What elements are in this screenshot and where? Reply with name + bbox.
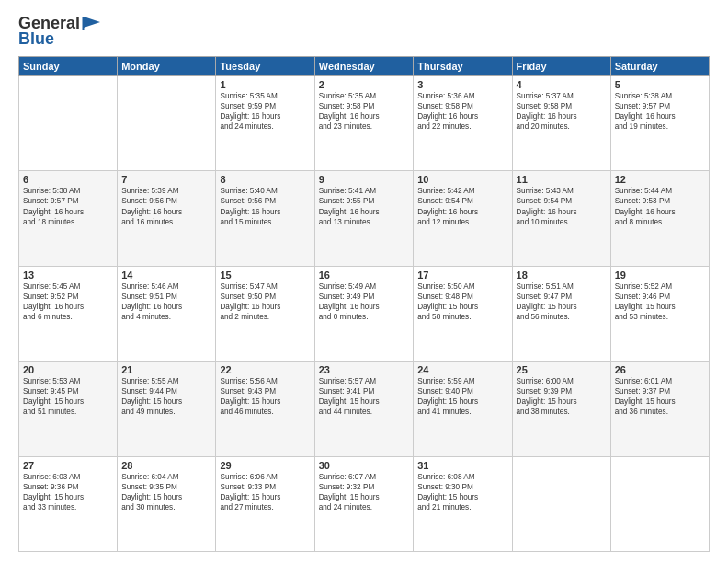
calendar-week-row: 20Sunrise: 5:53 AM Sunset: 9:45 PM Dayli… [19,362,710,456]
day-number: 25 [517,364,607,375]
cell-content: Sunrise: 5:51 AM Sunset: 9:47 PM Dayligh… [517,282,607,322]
cell-content: Sunrise: 5:49 AM Sunset: 9:49 PM Dayligh… [319,282,409,322]
day-number: 4 [517,79,607,90]
cell-content: Sunrise: 5:47 AM Sunset: 9:50 PM Dayligh… [220,282,310,322]
calendar-cell: 3Sunrise: 5:36 AM Sunset: 9:58 PM Daylig… [414,76,512,171]
cell-content: Sunrise: 5:42 AM Sunset: 9:54 PM Dayligh… [417,186,507,226]
cell-content: Sunrise: 5:38 AM Sunset: 9:57 PM Dayligh… [615,91,705,132]
day-number: 2 [319,79,409,90]
calendar-day-header: Thursday [414,57,512,76]
calendar-cell: 13Sunrise: 5:45 AM Sunset: 9:52 PM Dayli… [19,266,118,361]
svg-marker-0 [84,17,100,28]
cell-content: Sunrise: 6:07 AM Sunset: 9:32 PM Dayligh… [319,472,409,512]
day-number: 18 [517,270,607,281]
calendar-cell: 27Sunrise: 6:03 AM Sunset: 9:36 PM Dayli… [19,456,118,551]
calendar-cell: 15Sunrise: 5:47 AM Sunset: 9:50 PM Dayli… [216,266,314,361]
cell-content: Sunrise: 5:35 AM Sunset: 9:58 PM Dayligh… [319,91,409,132]
logo-flag-icon [81,16,101,30]
calendar-cell: 4Sunrise: 5:37 AM Sunset: 9:58 PM Daylig… [512,76,610,171]
cell-content: Sunrise: 5:43 AM Sunset: 9:54 PM Dayligh… [517,186,607,226]
day-number: 3 [417,79,507,90]
calendar-cell: 26Sunrise: 6:01 AM Sunset: 9:37 PM Dayli… [610,362,709,456]
logo-blue-text: Blue [18,29,54,49]
day-number: 5 [615,79,705,90]
calendar-cell: 21Sunrise: 5:55 AM Sunset: 9:44 PM Dayli… [118,362,216,456]
calendar-week-row: 13Sunrise: 5:45 AM Sunset: 9:52 PM Dayli… [19,266,710,361]
cell-content: Sunrise: 6:06 AM Sunset: 9:33 PM Dayligh… [220,472,310,512]
day-number: 16 [319,270,409,281]
calendar-cell: 16Sunrise: 5:49 AM Sunset: 9:49 PM Dayli… [314,266,413,361]
day-number: 12 [615,174,705,185]
calendar-cell: 2Sunrise: 5:35 AM Sunset: 9:58 PM Daylig… [314,76,413,171]
calendar-cell: 22Sunrise: 5:56 AM Sunset: 9:43 PM Dayli… [216,362,314,456]
cell-content: Sunrise: 5:35 AM Sunset: 9:59 PM Dayligh… [220,91,310,132]
calendar-header-row: SundayMondayTuesdayWednesdayThursdayFrid… [19,57,710,76]
day-number: 9 [319,174,409,185]
header: General Blue [18,15,710,49]
calendar-cell: 7Sunrise: 5:39 AM Sunset: 9:56 PM Daylig… [118,171,216,266]
calendar-cell: 12Sunrise: 5:44 AM Sunset: 9:53 PM Dayli… [610,171,709,266]
calendar-day-header: Sunday [19,57,118,76]
calendar-table: SundayMondayTuesdayWednesdayThursdayFrid… [18,56,710,552]
day-number: 10 [417,174,507,185]
cell-content: Sunrise: 5:37 AM Sunset: 9:58 PM Dayligh… [517,91,607,132]
calendar-cell: 31Sunrise: 6:08 AM Sunset: 9:30 PM Dayli… [414,456,512,551]
cell-content: Sunrise: 5:36 AM Sunset: 9:58 PM Dayligh… [417,91,507,132]
calendar-cell: 1Sunrise: 5:35 AM Sunset: 9:59 PM Daylig… [216,76,314,171]
cell-content: Sunrise: 5:41 AM Sunset: 9:55 PM Dayligh… [319,186,409,226]
cell-content: Sunrise: 5:44 AM Sunset: 9:53 PM Dayligh… [615,186,705,226]
cell-content: Sunrise: 5:39 AM Sunset: 9:56 PM Dayligh… [121,186,211,226]
cell-content: Sunrise: 5:57 AM Sunset: 9:41 PM Dayligh… [319,376,409,417]
day-number: 28 [121,460,211,471]
calendar-week-row: 27Sunrise: 6:03 AM Sunset: 9:36 PM Dayli… [19,456,710,551]
calendar-cell: 10Sunrise: 5:42 AM Sunset: 9:54 PM Dayli… [414,171,512,266]
day-number: 1 [220,79,310,90]
day-number: 11 [517,174,607,185]
day-number: 14 [121,270,211,281]
calendar-cell: 5Sunrise: 5:38 AM Sunset: 9:57 PM Daylig… [610,76,709,171]
cell-content: Sunrise: 5:40 AM Sunset: 9:56 PM Dayligh… [220,186,310,226]
day-number: 8 [220,174,310,185]
cell-content: Sunrise: 5:56 AM Sunset: 9:43 PM Dayligh… [220,376,310,417]
cell-content: Sunrise: 6:04 AM Sunset: 9:35 PM Dayligh… [121,472,211,512]
cell-content: Sunrise: 6:01 AM Sunset: 9:37 PM Dayligh… [615,376,705,417]
cell-content: Sunrise: 5:55 AM Sunset: 9:44 PM Dayligh… [121,376,211,417]
cell-content: Sunrise: 6:00 AM Sunset: 9:39 PM Dayligh… [517,376,607,417]
calendar-cell: 24Sunrise: 5:59 AM Sunset: 9:40 PM Dayli… [414,362,512,456]
cell-content: Sunrise: 5:38 AM Sunset: 9:57 PM Dayligh… [23,186,113,226]
day-number: 24 [417,364,507,375]
day-number: 6 [23,174,113,185]
calendar-cell: 28Sunrise: 6:04 AM Sunset: 9:35 PM Dayli… [118,456,216,551]
calendar-cell: 6Sunrise: 5:38 AM Sunset: 9:57 PM Daylig… [19,171,118,266]
calendar-cell [118,76,216,171]
cell-content: Sunrise: 5:53 AM Sunset: 9:45 PM Dayligh… [23,376,113,417]
day-number: 27 [23,460,113,471]
calendar-cell: 29Sunrise: 6:06 AM Sunset: 9:33 PM Dayli… [216,456,314,551]
day-number: 30 [319,460,409,471]
calendar-day-header: Wednesday [314,57,413,76]
calendar-cell [512,456,610,551]
cell-content: Sunrise: 5:45 AM Sunset: 9:52 PM Dayligh… [23,282,113,322]
calendar-cell: 14Sunrise: 5:46 AM Sunset: 9:51 PM Dayli… [118,266,216,361]
day-number: 23 [319,364,409,375]
day-number: 31 [417,460,507,471]
calendar-cell: 20Sunrise: 5:53 AM Sunset: 9:45 PM Dayli… [19,362,118,456]
calendar-cell: 9Sunrise: 5:41 AM Sunset: 9:55 PM Daylig… [314,171,413,266]
calendar-cell: 23Sunrise: 5:57 AM Sunset: 9:41 PM Dayli… [314,362,413,456]
calendar-cell: 25Sunrise: 6:00 AM Sunset: 9:39 PM Dayli… [512,362,610,456]
day-number: 20 [23,364,113,375]
calendar-cell [610,456,709,551]
calendar-cell: 30Sunrise: 6:07 AM Sunset: 9:32 PM Dayli… [314,456,413,551]
day-number: 17 [417,270,507,281]
cell-content: Sunrise: 6:08 AM Sunset: 9:30 PM Dayligh… [417,472,507,512]
cell-content: Sunrise: 5:50 AM Sunset: 9:48 PM Dayligh… [417,282,507,322]
day-number: 15 [220,270,310,281]
day-number: 21 [121,364,211,375]
calendar-week-row: 1Sunrise: 5:35 AM Sunset: 9:59 PM Daylig… [19,76,710,171]
svg-rect-1 [83,17,85,30]
calendar-day-header: Friday [512,57,610,76]
cell-content: Sunrise: 6:03 AM Sunset: 9:36 PM Dayligh… [23,472,113,512]
calendar-cell [19,76,118,171]
calendar-page: General Blue SundayMondayTuesdayWednesda… [0,0,728,563]
cell-content: Sunrise: 5:46 AM Sunset: 9:51 PM Dayligh… [121,282,211,322]
